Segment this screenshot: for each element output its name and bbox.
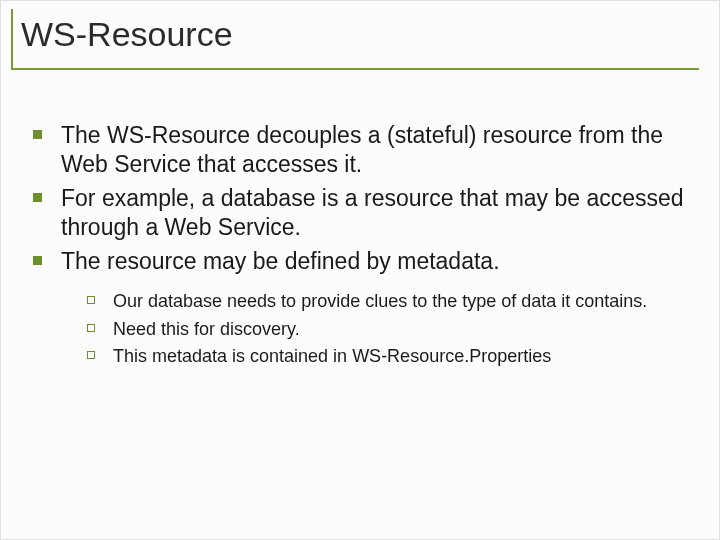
square-bullet-icon [29, 121, 53, 139]
sub-list-item: Need this for discovery. [85, 318, 691, 341]
hollow-square-bullet-icon [85, 290, 107, 304]
hollow-square-bullet-icon [85, 318, 107, 332]
square-bullet-icon [29, 184, 53, 202]
list-item-text: For example, a database is a resource th… [53, 184, 691, 243]
list-item: The resource may be defined by metadata. [29, 247, 691, 276]
sub-list-item: This metadata is contained in WS-Resourc… [85, 345, 691, 368]
list-item: For example, a database is a resource th… [29, 184, 691, 243]
list-item-text: The resource may be defined by metadata. [53, 247, 500, 276]
list-item: The WS-Resource decouples a (stateful) r… [29, 121, 691, 180]
slide: WS-Resource The WS-Resource decouples a … [0, 0, 720, 540]
list-item-text: The WS-Resource decouples a (stateful) r… [53, 121, 691, 180]
sub-list-item-text: This metadata is contained in WS-Resourc… [107, 345, 551, 368]
sub-list-item-text: Our database needs to provide clues to t… [107, 290, 647, 313]
sub-list-item: Our database needs to provide clues to t… [85, 290, 691, 313]
slide-title: WS-Resource [21, 15, 699, 54]
square-bullet-icon [29, 247, 53, 265]
sub-list-item-text: Need this for discovery. [107, 318, 300, 341]
slide-body: The WS-Resource decouples a (stateful) r… [29, 121, 691, 372]
hollow-square-bullet-icon [85, 345, 107, 359]
sub-list: Our database needs to provide clues to t… [85, 290, 691, 368]
title-container: WS-Resource [11, 9, 699, 70]
